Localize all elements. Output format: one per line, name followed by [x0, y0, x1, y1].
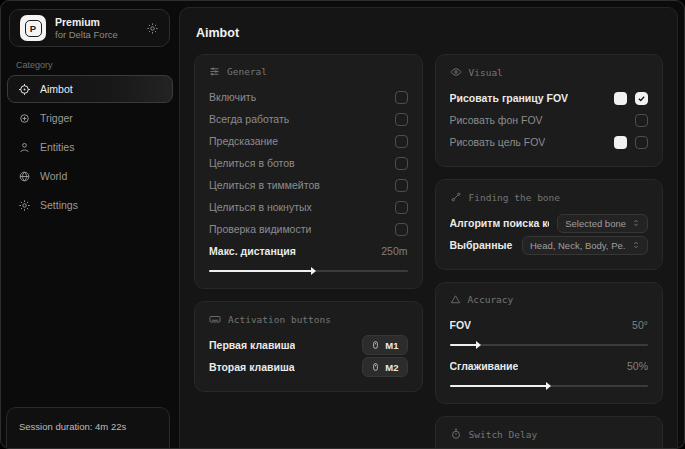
checkbox-aim-knocked[interactable]	[395, 201, 408, 214]
setting-label: Предсказание	[209, 135, 278, 147]
card-title: Finding the bone	[469, 192, 561, 203]
brand-logo-letter: P	[25, 20, 42, 37]
setting-value: 50%	[627, 360, 648, 372]
sidebar: P Premium for Delta Force Category	[1, 1, 179, 448]
checkbox-aim-teammates[interactable]	[395, 179, 408, 192]
card-title: Visual	[469, 67, 503, 78]
left-column: General Включить Всегда работать Предска…	[194, 54, 423, 449]
sidebar-item-label: Trigger	[40, 112, 73, 124]
fov-slider[interactable]	[450, 340, 649, 349]
setting-row-visibility-check: Проверка видимости	[209, 218, 408, 240]
checkbox-enable[interactable]	[395, 91, 408, 104]
setting-label: Рисовать границу FOV	[450, 92, 569, 104]
setting-row-second-key: Вторая клавиша M2	[209, 356, 408, 378]
setting-label: Целиться в нокнутых	[209, 201, 312, 213]
sidebar-item-settings[interactable]: Settings	[7, 191, 173, 219]
mouse-icon	[371, 361, 380, 373]
setting-row-bone-algorithm: Алгоритм поиска костей Selected bone	[450, 212, 649, 234]
setting-row-fov: FOV 50°	[450, 314, 649, 336]
brand-text: Premium for Delta Force	[55, 16, 118, 41]
chevrons-up-down-icon	[632, 240, 640, 250]
sidebar-nav: Aimbot Trigger Entities	[1, 75, 179, 219]
sidebar-item-trigger[interactable]: Trigger	[7, 104, 173, 132]
setting-row-enable: Включить	[209, 86, 408, 108]
brand-card[interactable]: P Premium for Delta Force	[9, 9, 170, 47]
setting-row-first-key: Первая клавиша M1	[209, 334, 408, 356]
check-icon	[637, 94, 646, 103]
checkbox-draw-fov-background[interactable]	[635, 114, 648, 127]
chevrons-up-down-icon	[632, 218, 640, 228]
setting-row-draw-fov-border: Рисовать границу FOV	[450, 87, 649, 109]
selected-bones-select[interactable]: Head, Neck, Body, Pe...	[522, 236, 648, 255]
sidebar-item-world[interactable]: World	[7, 162, 173, 190]
setting-row-prediction: Предсказание	[209, 130, 408, 152]
card-accuracy-header: Accuracy	[450, 294, 649, 305]
sidebar-item-label: Entities	[40, 141, 74, 153]
bone-icon	[450, 191, 462, 203]
card-activation-buttons: Activation buttons Первая клавиша M1	[194, 301, 423, 392]
slider-thumb[interactable]	[546, 382, 551, 390]
setting-row-draw-fov-target: Рисовать цель FOV	[450, 131, 649, 153]
setting-label: Всегда работать	[209, 113, 289, 125]
sidebar-item-aimbot[interactable]: Aimbot	[7, 75, 173, 103]
main-panel: Aimbot General Включить	[179, 7, 678, 449]
select-value: Selected bone	[565, 218, 626, 229]
sidebar-item-label: Settings	[40, 199, 78, 211]
checkbox-draw-fov-target[interactable]	[635, 136, 648, 149]
keybind-button-m1[interactable]: M1	[362, 335, 407, 355]
setting-label: Выбранные кости	[450, 239, 515, 251]
setting-label: Первая клавиша	[209, 339, 295, 351]
setting-row-max-distance: Макс. дистанция 250m	[209, 240, 408, 262]
content-columns: General Включить Всегда работать Предска…	[194, 54, 663, 449]
setting-row-aim-knocked: Целиться в нокнутых	[209, 196, 408, 218]
card-activation-header: Activation buttons	[209, 313, 408, 325]
setting-label: Проверка видимости	[209, 223, 311, 235]
slider-thumb[interactable]	[311, 267, 316, 275]
card-accuracy: Accuracy FOV 50° Сглаживание 50%	[435, 282, 664, 404]
trigger-crosshair-icon	[18, 112, 31, 125]
bone-algorithm-select[interactable]: Selected bone	[557, 214, 648, 233]
setting-value: 50°	[632, 319, 648, 331]
app-window: P Premium for Delta Force Category	[0, 0, 685, 449]
color-swatch[interactable]	[614, 92, 627, 105]
setting-controls	[614, 92, 648, 105]
smoothing-slider[interactable]	[450, 381, 649, 390]
setting-row-aim-bots: Целиться в ботов	[209, 152, 408, 174]
setting-label: Рисовать фон FOV	[450, 114, 543, 126]
brand-logo: P	[20, 15, 46, 41]
gear-icon[interactable]	[146, 22, 159, 35]
setting-label: Включить	[209, 91, 256, 103]
setting-row-smoothing: Сглаживание 50%	[450, 355, 649, 377]
card-title: Activation buttons	[228, 314, 331, 325]
checkbox-visibility-check[interactable]	[395, 223, 408, 236]
setting-label: Рисовать цель FOV	[450, 136, 546, 148]
right-column: Visual Рисовать границу FOV	[435, 54, 664, 449]
keybind-button-m2[interactable]: M2	[362, 357, 407, 377]
card-bone-header: Finding the bone	[450, 191, 649, 203]
checkbox-aim-bots[interactable]	[395, 157, 408, 170]
keyboard-icon	[209, 313, 221, 325]
setting-label: Макс. дистанция	[209, 245, 296, 257]
setting-controls	[614, 136, 648, 149]
checkbox-always-work[interactable]	[395, 113, 408, 126]
checkbox-draw-fov-border[interactable]	[635, 92, 648, 105]
setting-label: Алгоритм поиска костей	[450, 217, 550, 229]
slider-fill	[450, 344, 480, 347]
keybind-label: M2	[385, 362, 398, 373]
keybind-label: M1	[385, 340, 398, 351]
slider-thumb[interactable]	[476, 341, 481, 349]
setting-label: Сглаживание	[450, 360, 519, 372]
setting-row-aim-teammates: Целиться в тиммейтов	[209, 174, 408, 196]
card-switch-delay: Switch Delay Задержка переключения Задер…	[435, 416, 664, 449]
setting-row-always-work: Всегда работать	[209, 108, 408, 130]
triangle-icon	[450, 294, 461, 305]
page-title: Aimbot	[196, 26, 663, 40]
setting-label: Вторая клавиша	[209, 361, 295, 373]
select-value: Head, Neck, Body, Pe...	[530, 240, 626, 251]
max-distance-slider[interactable]	[209, 266, 408, 275]
card-title: Switch Delay	[469, 429, 538, 440]
sidebar-item-entities[interactable]: Entities	[7, 133, 173, 161]
color-swatch[interactable]	[614, 136, 627, 149]
stopwatch-icon	[450, 428, 462, 440]
checkbox-prediction[interactable]	[395, 135, 408, 148]
